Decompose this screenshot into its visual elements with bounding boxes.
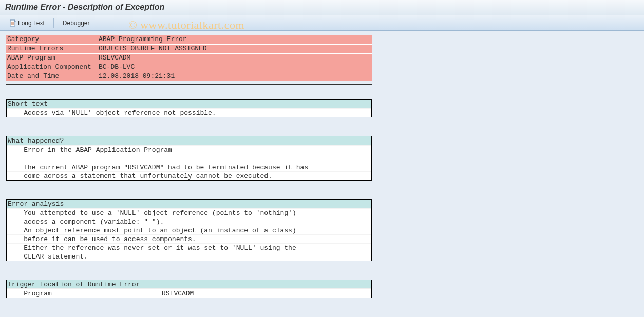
panel-line: before it can be used to access componen… — [7, 234, 371, 243]
summary-row-runtime-errors: Runtime Errors OBJECTS_OBJREF_NOT_ASSIGN… — [6, 44, 372, 53]
summary-key: Runtime Errors — [6, 45, 99, 53]
toolbar: Long Text Debugger — [0, 15, 644, 31]
panel-title: Error analysis — [7, 200, 371, 208]
debugger-button[interactable]: Debugger — [57, 17, 96, 29]
summary-key: Category — [6, 35, 99, 44]
panel-short-text: Short text Access via 'NULL' object refe… — [6, 99, 372, 117]
summary-val: BC-DB-LVC — [99, 63, 372, 72]
summary-val: 12.08.2018 09:21:31 — [99, 72, 372, 81]
long-text-label: Long Text — [18, 19, 45, 27]
summary-row-app-component: Application Component BC-DB-LVC — [6, 63, 372, 72]
summary-row-category: Category ABAP Programming Error — [6, 35, 372, 44]
summary-table: Category ABAP Programming Error Runtime … — [6, 35, 372, 81]
panel-title: Trigger Location of Runtime Error — [7, 280, 371, 289]
panel-line: access a component (variable: " "). — [7, 217, 371, 226]
summary-row-abap-program: ABAP Program RSLVCADM — [6, 53, 372, 63]
page-icon — [10, 19, 16, 27]
panel-line: The current ABAP program "RSLVCADM" had … — [7, 163, 371, 171]
panel-title: Short text — [7, 100, 371, 108]
summary-key: Application Component — [6, 63, 99, 72]
panel-line: CLEAR statement. — [7, 252, 371, 261]
panel-title: What happened? — [7, 136, 371, 145]
panel-line: Program RSLVCADM — [7, 289, 371, 298]
panel-trigger-location: Trigger Location of Runtime Error Progra… — [6, 280, 372, 298]
panel-line: You attempted to use a 'NULL' object ref… — [7, 208, 371, 217]
toolbar-separator — [53, 18, 54, 28]
summary-divider — [6, 84, 372, 85]
panel-line: Access via 'NULL' object reference not p… — [7, 108, 371, 117]
debugger-label: Debugger — [63, 19, 90, 27]
panel-error-analysis: Error analysis You attempted to use a 'N… — [6, 199, 372, 261]
title-bar: Runtime Error - Description of Exception — [0, 0, 644, 15]
panel-line: An object reference must point to an obj… — [7, 226, 371, 234]
panel-line: come across a statement that unfortunate… — [7, 171, 371, 180]
long-text-button[interactable]: Long Text — [4, 17, 50, 29]
page-title: Runtime Error - Description of Exception — [5, 3, 164, 11]
summary-val: RSLVCADM — [99, 54, 372, 63]
panel-line: Error in the ABAP Application Program — [7, 145, 371, 154]
summary-row-datetime: Date and Time 12.08.2018 09:21:31 — [6, 72, 372, 81]
summary-val: ABAP Programming Error — [99, 35, 372, 44]
content-area: Category ABAP Programming Error Runtime … — [0, 31, 644, 317]
summary-val: OBJECTS_OBJREF_NOT_ASSIGNED — [99, 45, 372, 53]
panel-line — [7, 154, 371, 163]
trigger-program-key: Program — [8, 289, 162, 298]
summary-key: ABAP Program — [6, 54, 99, 63]
panel-line: Either the reference was never set or it… — [7, 243, 371, 252]
trigger-program-val: RSLVCADM — [162, 289, 194, 298]
panel-what-happened: What happened? Error in the ABAP Applica… — [6, 136, 372, 181]
summary-key: Date and Time — [6, 72, 99, 81]
